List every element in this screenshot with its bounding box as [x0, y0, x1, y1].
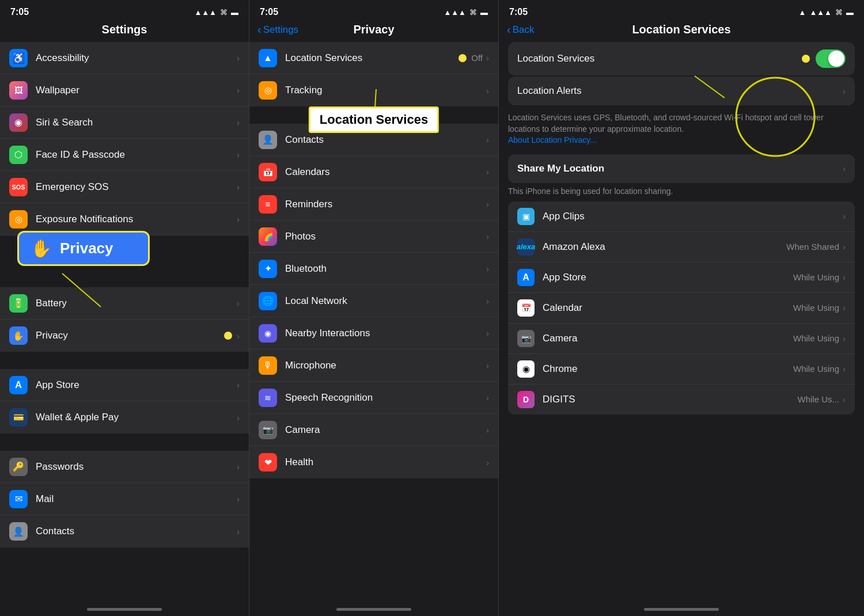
settings-item-contacts-left[interactable]: 👤 Contacts › [0, 515, 249, 547]
share-my-location-row[interactable]: Share My Location › [508, 154, 855, 183]
settings-item-speech-mid[interactable]: ≋ Speech Recognition › [249, 382, 498, 414]
share-location-desc: This iPhone is being used for location s… [499, 184, 864, 201]
siri-label: Siri & Search [36, 117, 237, 128]
battery-icon-right: ▬ [846, 8, 854, 17]
faceid-label: Face ID & Passcode [36, 149, 237, 161]
apps-location-section: ▣ App Clips › alexa Amazon Alexa When Sh… [508, 201, 855, 415]
wifi-icon-mid: ⌘ [469, 8, 477, 17]
app-item-camera[interactable]: 📷 Camera While Using › [508, 324, 855, 354]
chrome-app-value: While Using [793, 364, 839, 374]
settings-item-wallet[interactable]: 💳 Wallet & Apple Pay › [0, 401, 249, 434]
settings-item-privacy[interactable]: ✋ Privacy › [0, 320, 249, 352]
settings-item-microphone-mid[interactable]: 🎙 Microphone › [249, 349, 498, 382]
appstore-label-left: App Store [36, 379, 237, 391]
emergency-label: Emergency SOS [36, 181, 237, 193]
calendars-label-mid: Calendars [285, 166, 486, 178]
appstore-app-value: While Using [793, 272, 839, 282]
siri-icon: ◉ [9, 113, 28, 132]
settings-item-battery[interactable]: 🔋 Battery › [0, 287, 249, 320]
health-label-mid: Health [285, 457, 486, 468]
appclips-app-icon: ▣ [517, 208, 535, 225]
settings-item-siri[interactable]: ◉ Siri & Search › [0, 107, 249, 139]
settings-item-tracking-mid[interactable]: ◎ Tracking › [249, 74, 498, 107]
nav-back-right[interactable]: ‹ Back [507, 23, 534, 36]
settings-item-passwords[interactable]: 🔑 Passwords › [0, 451, 249, 483]
battery-icon: 🔋 [9, 294, 28, 313]
location-alerts-row[interactable]: Location Alerts › [508, 77, 855, 105]
chevron-faceid: › [237, 150, 240, 159]
settings-item-accessibility[interactable]: ♿ Accessibility › [0, 42, 249, 74]
settings-item-faceid[interactable]: ⬡ Face ID & Passcode › [0, 139, 249, 171]
settings-item-exposure[interactable]: ◎ Exposure Notifications › ✋ Privacy [0, 203, 249, 235]
section-apps-mid: 👤 Contacts › 📅 Calendars › ≡ Reminders › [249, 124, 498, 478]
chevron-chrome-right: › [843, 364, 846, 374]
battery-icon-left: ▬ [231, 8, 238, 17]
privacy-label: Privacy [36, 330, 224, 341]
toggle-knob [828, 51, 844, 67]
calendar-app-icon: 📅 [517, 299, 535, 317]
location-services-label-box: Location Services [309, 107, 439, 133]
settings-item-wallpaper[interactable]: 🖼 Wallpaper › [0, 74, 249, 107]
nav-bar-mid: ‹ Settings Privacy [249, 21, 498, 42]
app-item-alexa[interactable]: alexa Amazon Alexa When Shared › [508, 232, 855, 263]
passwords-label: Passwords [36, 461, 237, 473]
settings-item-location-mid[interactable]: ▲ Location Services Off › [249, 42, 498, 74]
chrome-app-icon: ◉ [517, 360, 535, 378]
nav-back-label-right[interactable]: Back [513, 24, 535, 36]
settings-item-health-mid[interactable]: ❤ Health › [249, 446, 498, 478]
location-desc-text: Location Services uses GPS, Bluetooth, a… [508, 113, 824, 134]
localnet-icon-mid: 🌐 [259, 292, 277, 310]
settings-item-mail[interactable]: ✉ Mail › [0, 483, 249, 515]
location-toggle-section: Location Services [508, 42, 855, 75]
mail-icon: ✉ [9, 490, 28, 508]
location-privacy-link[interactable]: About Location Privacy... [508, 135, 597, 145]
alexa-app-value: When Shared [786, 242, 839, 252]
chevron-share-location: › [843, 163, 846, 173]
settings-item-calendars-mid[interactable]: 📅 Calendars › [249, 156, 498, 188]
nav-back-label-mid[interactable]: Settings [263, 24, 298, 36]
chevron-contacts-mid: › [486, 135, 489, 145]
status-bar-right: 7:05 ▲ ▲▲▲ ⌘ ▬ [499, 0, 864, 21]
settings-item-appstore[interactable]: A App Store › [0, 369, 249, 401]
chevron-calendars-mid: › [486, 167, 489, 177]
home-indicator-mid [249, 604, 498, 616]
privacy-icon: ✋ [9, 326, 28, 345]
wifi-icon-right: ⌘ [835, 8, 843, 17]
calendar-app-value: While Using [793, 303, 839, 313]
app-item-appstore-right[interactable]: A App Store While Using › [508, 263, 855, 293]
settings-item-bluetooth-mid[interactable]: ✦ Bluetooth › [249, 253, 498, 285]
appclips-app-label: App Clips [543, 211, 843, 222]
settings-item-localnet-mid[interactable]: 🌐 Local Network › [249, 285, 498, 317]
settings-item-emergency[interactable]: SOS Emergency SOS › [0, 171, 249, 203]
chevron-bluetooth-mid: › [486, 264, 489, 273]
chrome-app-label: Chrome [543, 363, 793, 375]
chevron-wallpaper: › [237, 85, 240, 95]
faceid-icon: ⬡ [9, 146, 28, 164]
nearby-icon-mid: ◉ [259, 324, 277, 343]
settings-item-nearby-mid[interactable]: ◉ Nearby Interactions › [249, 317, 498, 349]
location-services-toggle-row: Location Services [508, 42, 855, 75]
app-item-digits[interactable]: D DIGITS While Us... › [508, 385, 855, 415]
home-bar-mid [336, 608, 411, 611]
app-item-calendar[interactable]: 📅 Calendar While Using › [508, 293, 855, 324]
nav-back-mid[interactable]: ‹ Settings [257, 23, 298, 36]
wallet-icon: 💳 [9, 408, 28, 427]
app-item-chrome[interactable]: ◉ Chrome While Using › [508, 354, 855, 385]
section-top: ♿ Accessibility › 🖼 Wallpaper › ◉ Siri &… [0, 42, 249, 352]
location-services-toggle[interactable] [816, 50, 846, 68]
share-location-section: Share My Location › [508, 154, 855, 183]
chevron-appstore-left: › [237, 380, 240, 390]
tracking-label-mid: Tracking [285, 85, 486, 96]
microphone-label-mid: Microphone [285, 360, 486, 371]
settings-item-camera-mid[interactable]: 📷 Camera › [249, 414, 498, 446]
section-location-tracking: ▲ Location Services Off › ◎ Tracking › [249, 42, 498, 107]
settings-item-photos-mid[interactable]: 🌈 Photos › [249, 220, 498, 253]
battery-label: Battery [36, 298, 237, 309]
chevron-localnet-mid: › [486, 296, 489, 306]
time-mid: 7:05 [260, 7, 278, 17]
signal-icon-mid: ▲▲▲ [444, 8, 466, 17]
app-item-appclips[interactable]: ▣ App Clips › [508, 201, 855, 232]
chevron-exposure: › [237, 214, 240, 224]
settings-item-reminders-mid[interactable]: ≡ Reminders › [249, 188, 498, 220]
digits-app-label: DIGITS [543, 394, 797, 405]
